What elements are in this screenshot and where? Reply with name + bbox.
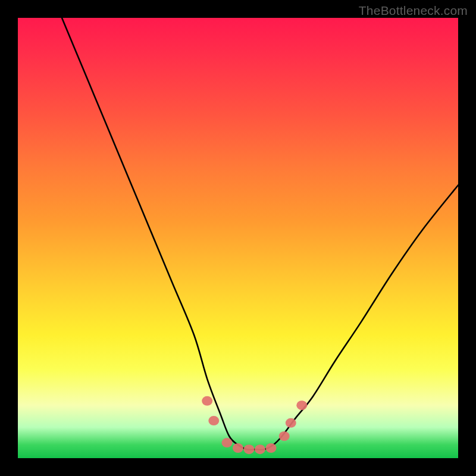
curve-marker	[222, 438, 233, 447]
watermark-label: TheBottleneck.com	[359, 4, 468, 18]
marker-group	[202, 396, 307, 454]
curve-marker	[233, 443, 243, 453]
curve-marker	[279, 431, 290, 441]
curve-marker	[286, 418, 296, 428]
curve-marker	[208, 416, 219, 425]
plot-area	[18, 18, 458, 458]
curve-marker	[202, 396, 212, 406]
curve-marker	[244, 444, 255, 454]
curve-marker	[266, 443, 277, 453]
chart-frame: TheBottleneck.com	[0, 0, 476, 476]
curve-marker	[255, 444, 265, 454]
bottleneck-curve	[62, 18, 458, 450]
curve-layer	[18, 18, 458, 458]
curve-marker	[296, 400, 307, 410]
